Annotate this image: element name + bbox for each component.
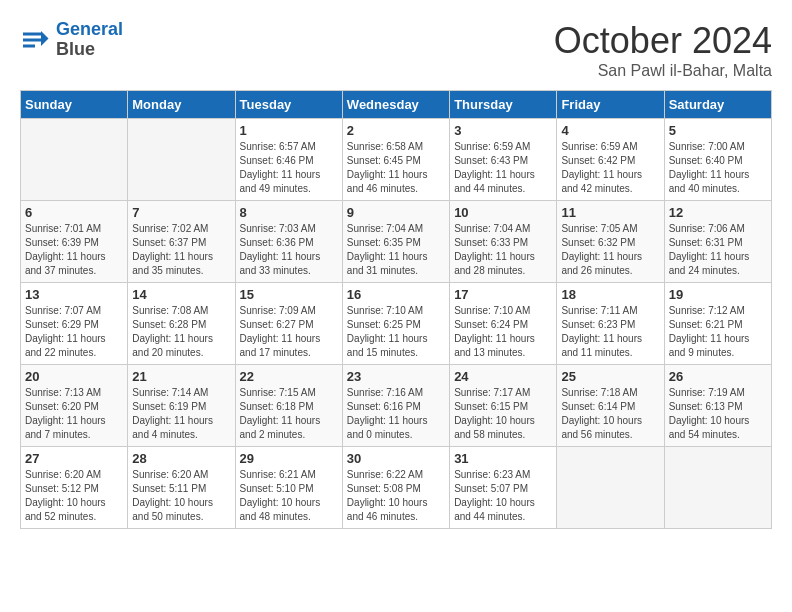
calendar-cell: 3Sunrise: 6:59 AM Sunset: 6:43 PM Daylig… [450, 119, 557, 201]
day-header-friday: Friday [557, 91, 664, 119]
day-info: Sunrise: 7:03 AM Sunset: 6:36 PM Dayligh… [240, 222, 338, 278]
day-number: 6 [25, 205, 123, 220]
calendar-cell: 15Sunrise: 7:09 AM Sunset: 6:27 PM Dayli… [235, 283, 342, 365]
svg-rect-2 [23, 32, 41, 35]
day-number: 14 [132, 287, 230, 302]
day-info: Sunrise: 7:07 AM Sunset: 6:29 PM Dayligh… [25, 304, 123, 360]
day-info: Sunrise: 7:00 AM Sunset: 6:40 PM Dayligh… [669, 140, 767, 196]
day-info: Sunrise: 6:58 AM Sunset: 6:45 PM Dayligh… [347, 140, 445, 196]
day-number: 9 [347, 205, 445, 220]
calendar-cell: 6Sunrise: 7:01 AM Sunset: 6:39 PM Daylig… [21, 201, 128, 283]
day-number: 19 [669, 287, 767, 302]
day-header-tuesday: Tuesday [235, 91, 342, 119]
day-info: Sunrise: 7:14 AM Sunset: 6:19 PM Dayligh… [132, 386, 230, 442]
day-info: Sunrise: 7:12 AM Sunset: 6:21 PM Dayligh… [669, 304, 767, 360]
day-header-wednesday: Wednesday [342, 91, 449, 119]
calendar-cell: 25Sunrise: 7:18 AM Sunset: 6:14 PM Dayli… [557, 365, 664, 447]
calendar-cell: 23Sunrise: 7:16 AM Sunset: 6:16 PM Dayli… [342, 365, 449, 447]
day-number: 23 [347, 369, 445, 384]
day-header-thursday: Thursday [450, 91, 557, 119]
day-number: 21 [132, 369, 230, 384]
calendar-cell: 28Sunrise: 6:20 AM Sunset: 5:11 PM Dayli… [128, 447, 235, 529]
day-number: 17 [454, 287, 552, 302]
day-header-monday: Monday [128, 91, 235, 119]
day-info: Sunrise: 6:57 AM Sunset: 6:46 PM Dayligh… [240, 140, 338, 196]
logo-text: General Blue [56, 20, 123, 60]
day-info: Sunrise: 6:23 AM Sunset: 5:07 PM Dayligh… [454, 468, 552, 524]
day-number: 26 [669, 369, 767, 384]
day-number: 5 [669, 123, 767, 138]
calendar-cell: 2Sunrise: 6:58 AM Sunset: 6:45 PM Daylig… [342, 119, 449, 201]
day-number: 13 [25, 287, 123, 302]
week-row-4: 20Sunrise: 7:13 AM Sunset: 6:20 PM Dayli… [21, 365, 772, 447]
day-number: 24 [454, 369, 552, 384]
day-info: Sunrise: 6:22 AM Sunset: 5:08 PM Dayligh… [347, 468, 445, 524]
day-number: 15 [240, 287, 338, 302]
day-number: 8 [240, 205, 338, 220]
calendar-body: 1Sunrise: 6:57 AM Sunset: 6:46 PM Daylig… [21, 119, 772, 529]
calendar-cell: 19Sunrise: 7:12 AM Sunset: 6:21 PM Dayli… [664, 283, 771, 365]
day-number: 27 [25, 451, 123, 466]
day-number: 16 [347, 287, 445, 302]
calendar-cell: 31Sunrise: 6:23 AM Sunset: 5:07 PM Dayli… [450, 447, 557, 529]
day-number: 29 [240, 451, 338, 466]
calendar-cell: 29Sunrise: 6:21 AM Sunset: 5:10 PM Dayli… [235, 447, 342, 529]
day-info: Sunrise: 7:10 AM Sunset: 6:24 PM Dayligh… [454, 304, 552, 360]
calendar-header-row: SundayMondayTuesdayWednesdayThursdayFrid… [21, 91, 772, 119]
week-row-3: 13Sunrise: 7:07 AM Sunset: 6:29 PM Dayli… [21, 283, 772, 365]
day-info: Sunrise: 7:18 AM Sunset: 6:14 PM Dayligh… [561, 386, 659, 442]
day-number: 3 [454, 123, 552, 138]
day-info: Sunrise: 7:11 AM Sunset: 6:23 PM Dayligh… [561, 304, 659, 360]
calendar-cell: 5Sunrise: 7:00 AM Sunset: 6:40 PM Daylig… [664, 119, 771, 201]
day-number: 20 [25, 369, 123, 384]
day-number: 1 [240, 123, 338, 138]
calendar-cell: 10Sunrise: 7:04 AM Sunset: 6:33 PM Dayli… [450, 201, 557, 283]
day-info: Sunrise: 7:04 AM Sunset: 6:35 PM Dayligh… [347, 222, 445, 278]
day-number: 22 [240, 369, 338, 384]
day-info: Sunrise: 7:17 AM Sunset: 6:15 PM Dayligh… [454, 386, 552, 442]
calendar-cell: 22Sunrise: 7:15 AM Sunset: 6:18 PM Dayli… [235, 365, 342, 447]
day-info: Sunrise: 6:59 AM Sunset: 6:43 PM Dayligh… [454, 140, 552, 196]
calendar-cell: 16Sunrise: 7:10 AM Sunset: 6:25 PM Dayli… [342, 283, 449, 365]
calendar-cell: 27Sunrise: 6:20 AM Sunset: 5:12 PM Dayli… [21, 447, 128, 529]
day-info: Sunrise: 7:09 AM Sunset: 6:27 PM Dayligh… [240, 304, 338, 360]
day-info: Sunrise: 7:06 AM Sunset: 6:31 PM Dayligh… [669, 222, 767, 278]
week-row-2: 6Sunrise: 7:01 AM Sunset: 6:39 PM Daylig… [21, 201, 772, 283]
day-info: Sunrise: 6:21 AM Sunset: 5:10 PM Dayligh… [240, 468, 338, 524]
calendar-cell: 20Sunrise: 7:13 AM Sunset: 6:20 PM Dayli… [21, 365, 128, 447]
calendar-cell: 7Sunrise: 7:02 AM Sunset: 6:37 PM Daylig… [128, 201, 235, 283]
week-row-1: 1Sunrise: 6:57 AM Sunset: 6:46 PM Daylig… [21, 119, 772, 201]
day-info: Sunrise: 7:02 AM Sunset: 6:37 PM Dayligh… [132, 222, 230, 278]
logo-icon [20, 25, 50, 55]
calendar-cell: 13Sunrise: 7:07 AM Sunset: 6:29 PM Dayli… [21, 283, 128, 365]
day-info: Sunrise: 7:19 AM Sunset: 6:13 PM Dayligh… [669, 386, 767, 442]
day-number: 31 [454, 451, 552, 466]
calendar-cell: 8Sunrise: 7:03 AM Sunset: 6:36 PM Daylig… [235, 201, 342, 283]
day-info: Sunrise: 7:08 AM Sunset: 6:28 PM Dayligh… [132, 304, 230, 360]
day-header-saturday: Saturday [664, 91, 771, 119]
page-header: General Blue October 2024 San Pawl il-Ba… [20, 20, 772, 80]
calendar-cell: 12Sunrise: 7:06 AM Sunset: 6:31 PM Dayli… [664, 201, 771, 283]
day-info: Sunrise: 6:59 AM Sunset: 6:42 PM Dayligh… [561, 140, 659, 196]
day-info: Sunrise: 7:16 AM Sunset: 6:16 PM Dayligh… [347, 386, 445, 442]
title-block: October 2024 San Pawl il-Bahar, Malta [554, 20, 772, 80]
day-info: Sunrise: 7:05 AM Sunset: 6:32 PM Dayligh… [561, 222, 659, 278]
day-header-sunday: Sunday [21, 91, 128, 119]
day-number: 25 [561, 369, 659, 384]
week-row-5: 27Sunrise: 6:20 AM Sunset: 5:12 PM Dayli… [21, 447, 772, 529]
calendar-cell: 30Sunrise: 6:22 AM Sunset: 5:08 PM Dayli… [342, 447, 449, 529]
calendar-cell: 21Sunrise: 7:14 AM Sunset: 6:19 PM Dayli… [128, 365, 235, 447]
day-number: 10 [454, 205, 552, 220]
calendar-cell: 18Sunrise: 7:11 AM Sunset: 6:23 PM Dayli… [557, 283, 664, 365]
day-info: Sunrise: 6:20 AM Sunset: 5:11 PM Dayligh… [132, 468, 230, 524]
calendar-cell: 9Sunrise: 7:04 AM Sunset: 6:35 PM Daylig… [342, 201, 449, 283]
day-number: 28 [132, 451, 230, 466]
calendar-cell: 14Sunrise: 7:08 AM Sunset: 6:28 PM Dayli… [128, 283, 235, 365]
day-number: 2 [347, 123, 445, 138]
day-info: Sunrise: 7:01 AM Sunset: 6:39 PM Dayligh… [25, 222, 123, 278]
calendar-cell: 17Sunrise: 7:10 AM Sunset: 6:24 PM Dayli… [450, 283, 557, 365]
logo: General Blue [20, 20, 123, 60]
day-number: 12 [669, 205, 767, 220]
day-info: Sunrise: 7:13 AM Sunset: 6:20 PM Dayligh… [25, 386, 123, 442]
calendar-cell [21, 119, 128, 201]
